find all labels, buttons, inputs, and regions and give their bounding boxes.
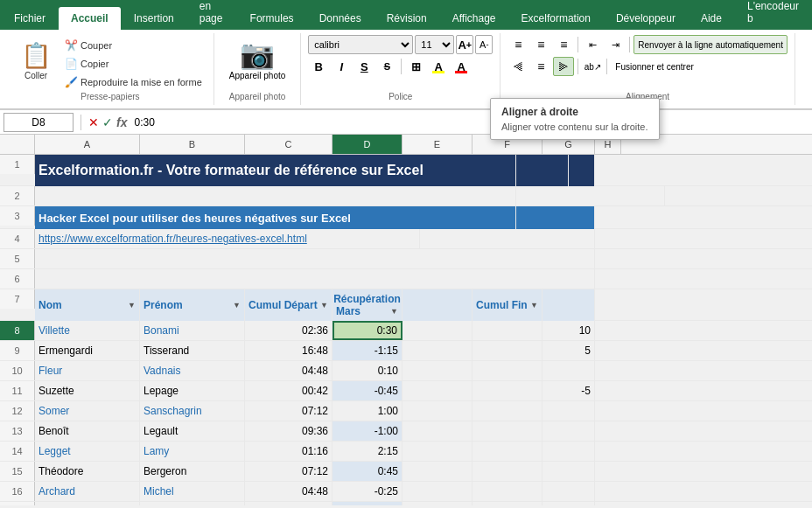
cell-D16[interactable]: -0:25 [332, 482, 402, 501]
cell-F15[interactable] [472, 462, 542, 481]
cell-C16[interactable]: 04:48 [245, 482, 332, 501]
cell-E12[interactable] [402, 401, 472, 421]
col-header-B[interactable]: B [140, 135, 245, 154]
cell-reference-input[interactable] [4, 113, 74, 132]
cell-G7[interactable] [542, 289, 595, 321]
col-header-D[interactable]: D [332, 135, 402, 154]
cell-G17[interactable] [542, 502, 595, 505]
cell-F10[interactable] [472, 361, 542, 380]
cell-D14[interactable]: 2:15 [332, 442, 402, 461]
tab-revision[interactable]: Révision [374, 7, 439, 30]
tab-insertion[interactable]: Insertion [122, 7, 186, 30]
font-color-button[interactable]: A [451, 57, 472, 76]
cell-C11[interactable]: 00:42 [245, 381, 332, 400]
row-number-11[interactable]: 11 [0, 381, 35, 400]
cell-E17[interactable] [402, 502, 472, 505]
tab-donnees[interactable]: Données [307, 7, 374, 30]
align-top-center-button[interactable]: ≡ [530, 35, 551, 54]
cell-C10[interactable]: 04:48 [245, 361, 332, 380]
cell-C7[interactable]: Cumul Départ ▼ [245, 289, 332, 321]
cell-G12[interactable] [542, 401, 595, 421]
paste-button[interactable]: 📋 Coller [14, 35, 58, 85]
cell-F9[interactable] [472, 341, 542, 360]
cell-E9[interactable] [402, 341, 472, 360]
row-number-14[interactable]: 14 [0, 442, 35, 461]
row-number-15[interactable]: 15 [0, 462, 35, 481]
cell-F7[interactable]: Cumul Fin ▼ [472, 289, 542, 321]
cumul-depart-filter-arrow[interactable]: ▼ [320, 301, 328, 310]
tab-accueil[interactable]: Accueil [59, 7, 121, 30]
cell-B17[interactable]: Lapresse [140, 502, 245, 505]
underline-button[interactable]: S [354, 57, 374, 76]
cell-D8[interactable]: 0:30 [332, 321, 402, 340]
tab-formules[interactable]: Formules [238, 7, 306, 30]
cell-B8[interactable]: Bonami [140, 321, 245, 340]
nom-filter-arrow[interactable]: ▼ [128, 301, 136, 310]
cell-A9[interactable]: Ermengardi [35, 341, 140, 360]
insert-function-icon[interactable]: fx [116, 115, 127, 129]
cell-E16[interactable] [402, 482, 472, 501]
cell-G3[interactable] [516, 206, 595, 229]
cell-F12[interactable] [472, 401, 542, 421]
col-header-A[interactable]: A [35, 135, 140, 154]
tab-aide[interactable]: Aide [689, 7, 734, 30]
cancel-formula-icon[interactable]: ✕ [88, 115, 99, 129]
cell-F8[interactable] [472, 321, 542, 340]
copier-button[interactable]: 📄 Copier [60, 55, 206, 73]
align-right-button[interactable]: ⫸ [553, 57, 574, 76]
cell-F14[interactable] [472, 442, 542, 461]
row-number-4[interactable]: 4 [0, 229, 35, 248]
cell-E10[interactable] [402, 361, 472, 380]
cell-F13[interactable] [472, 421, 542, 441]
row-number-5[interactable]: 5 [0, 249, 35, 268]
cell-E8[interactable] [402, 321, 472, 340]
cell-B9[interactable]: Tisserand [140, 341, 245, 360]
appareil-photo-button[interactable]: 📷 Appareil photo [221, 35, 294, 83]
row-number-13[interactable]: 13 [0, 421, 35, 441]
cell-A3[interactable]: Hacker Excel pour utiliser des heures né… [35, 206, 516, 229]
cell-C12[interactable]: 07:12 [245, 401, 332, 421]
decrease-font-size-button[interactable]: A- [475, 35, 493, 54]
tab-developpeur[interactable]: Développeur [604, 7, 688, 30]
cell-F11[interactable] [472, 381, 542, 400]
prenom-filter-arrow[interactable]: ▼ [233, 301, 241, 310]
cell-G15[interactable] [542, 462, 595, 481]
couper-button[interactable]: ✂️ Couper [60, 37, 206, 54]
cell-A5[interactable] [35, 249, 595, 268]
cell-A16[interactable]: Archard [35, 482, 140, 501]
row-number-12[interactable]: 12 [0, 401, 35, 421]
cell-D7[interactable]: Récupération Mars ▼ [332, 289, 402, 321]
align-top-right-button[interactable]: ≡ [553, 35, 574, 54]
cell-A2[interactable] [35, 186, 516, 205]
cell-G1[interactable] [516, 155, 569, 186]
cell-D10[interactable]: 0:10 [332, 361, 402, 380]
borders-button[interactable]: ⊞ [405, 57, 426, 76]
cell-G14[interactable] [542, 442, 595, 461]
cell-C8[interactable]: 02:36 [245, 321, 332, 340]
cell-D15[interactable]: 0:45 [332, 462, 402, 481]
cell-E15[interactable] [402, 462, 472, 481]
tab-mise-en-page[interactable]: Mise en page [187, 0, 237, 30]
cell-G16[interactable] [542, 482, 595, 501]
cell-rest-2[interactable] [516, 186, 665, 205]
cell-C14[interactable]: 01:16 [245, 442, 332, 461]
cell-G9[interactable]: 5 [542, 341, 595, 360]
cell-C9[interactable]: 16:48 [245, 341, 332, 360]
row-number-1[interactable]: 1 [0, 155, 35, 174]
col-header-C[interactable]: C [245, 135, 332, 154]
cell-A13[interactable]: Benoît [35, 421, 140, 441]
decrease-indent-button[interactable]: ⇤ [582, 35, 603, 54]
cell-D12[interactable]: 1:00 [332, 401, 402, 421]
row-number-3[interactable]: 3 [0, 206, 35, 226]
cell-E7[interactable] [402, 289, 472, 321]
fill-color-button[interactable]: A [428, 57, 449, 76]
increase-font-size-button[interactable]: A+ [456, 35, 473, 54]
cell-H1[interactable] [569, 155, 595, 186]
cell-D11[interactable]: -0:45 [332, 381, 402, 400]
merge-center-button[interactable]: Fusionner et centrer [611, 57, 698, 76]
wrap-text-button[interactable]: Renvoyer à la ligne automatiquement [634, 35, 788, 54]
cell-D17[interactable]: 0:00 [332, 502, 402, 505]
cell-G13[interactable] [542, 421, 595, 441]
cell-B11[interactable]: Lepage [140, 381, 245, 400]
confirm-formula-icon[interactable]: ✓ [102, 115, 113, 129]
